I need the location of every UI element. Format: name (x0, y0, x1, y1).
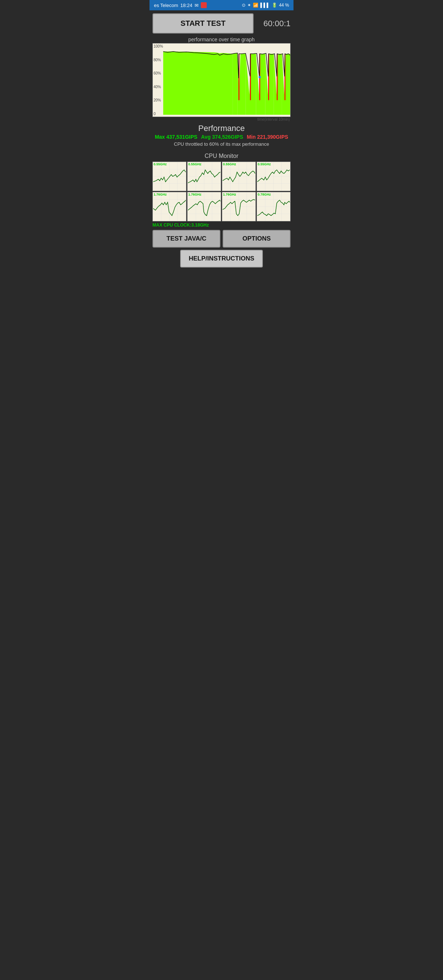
battery-text: 44 % (279, 3, 289, 8)
cpu-graph-0 (153, 162, 186, 191)
cpu-cell-3: 0.55GHz (257, 162, 290, 191)
notification-icon (201, 2, 207, 8)
cpu-freq-0: 0.55GHz (154, 162, 167, 166)
bottom-buttons: TEST JAVA/C OPTIONS (153, 230, 290, 248)
carrier-text: es Telecom (154, 3, 178, 8)
cpu-freq-3: 0.55GHz (258, 162, 271, 166)
cpu-graph-5 (188, 192, 221, 221)
cpu-graph-2 (222, 162, 255, 191)
performance-title: Performance (153, 124, 290, 133)
cpu-graph-6 (222, 192, 255, 221)
performance-stats: Max 437,531GIPS Avg 374,526GIPS Min 221,… (153, 134, 290, 140)
cpu-cell-2: 0.55GHz (222, 162, 256, 191)
cpu-cell-1: 0.55GHz (187, 162, 221, 191)
cpu-cell-4: 1.76GHz (153, 192, 186, 221)
perf-avg: Avg 374,526GIPS (201, 134, 243, 140)
graph-title: performance over time graph (153, 37, 290, 43)
email-icon: ✉ (194, 3, 199, 8)
graph-svg (153, 43, 290, 116)
performance-graph: 100% 80% 60% 40% 20% 0 (153, 43, 290, 117)
status-left: es Telecom 18:24 ✉ (154, 2, 207, 8)
options-button[interactable]: OPTIONS (223, 230, 290, 248)
perf-max: Max 437,531GIPS (155, 134, 197, 140)
cpu-freq-7: 0.78GHz (258, 192, 271, 196)
cpu-freq-1: 0.55GHz (188, 162, 202, 166)
cpu-graph-4 (153, 192, 186, 221)
graph-section: performance over time graph 100% 80% 60%… (153, 37, 290, 121)
cpu-monitor-title: CPU Monitor (153, 153, 290, 159)
perf-min: Min 221,390GIPS (247, 134, 288, 140)
help-row: HELP/INSTRUCTIONS (153, 250, 290, 267)
signal-icon: ▌▌▌ (260, 3, 270, 8)
status-bar: es Telecom 18:24 ✉ ⊙ ✶ 📶 ▌▌▌ 🔋 44 % (150, 0, 293, 10)
timer-display: 60:00:1 (257, 19, 290, 29)
battery-icon: 🔋 (272, 3, 277, 8)
help-instructions-button[interactable]: HELP/INSTRUCTIONS (180, 250, 263, 267)
time-text: 18:24 (180, 3, 193, 8)
bluetooth-icon: ✶ (247, 3, 251, 8)
test-java-c-button[interactable]: TEST JAVA/C (153, 230, 220, 248)
perf-throttle: CPU throttled to 60% of its max performa… (153, 141, 290, 147)
cpu-cell-5: 1.76GHz (187, 192, 221, 221)
start-test-button[interactable]: START TEST (153, 13, 253, 33)
cpu-cell-0: 0.55GHz (153, 162, 186, 191)
cpu-cell-7: 0.78GHz (257, 192, 290, 221)
status-right: ⊙ ✶ 📶 ▌▌▌ 🔋 44 % (242, 3, 289, 8)
top-controls: START TEST 60:00:1 (153, 13, 290, 33)
cpu-monitor-grid: 0.55GHz 0.55GHz (153, 162, 290, 221)
cpu-cell-6: 1.76GHz (222, 192, 256, 221)
main-content: START TEST 60:00:1 performance over time… (150, 10, 293, 278)
cpu-graph-3 (257, 162, 290, 191)
nfc-icon: ⊙ (242, 3, 245, 8)
graph-x-label: time(interval 10min) (153, 117, 290, 121)
cpu-freq-4: 1.76GHz (154, 192, 167, 196)
cpu-graph-1 (188, 162, 221, 191)
cpu-freq-5: 1.76GHz (188, 192, 202, 196)
cpu-graph-7 (257, 192, 290, 221)
wifi-icon: 📶 (253, 3, 258, 8)
svg-point-27 (259, 76, 261, 78)
max-cpu-clock: MAX CPU CLOCK:3.18GHz (153, 223, 290, 228)
cpu-freq-6: 1.76GHz (223, 192, 236, 196)
cpu-freq-2: 0.55GHz (223, 162, 236, 166)
